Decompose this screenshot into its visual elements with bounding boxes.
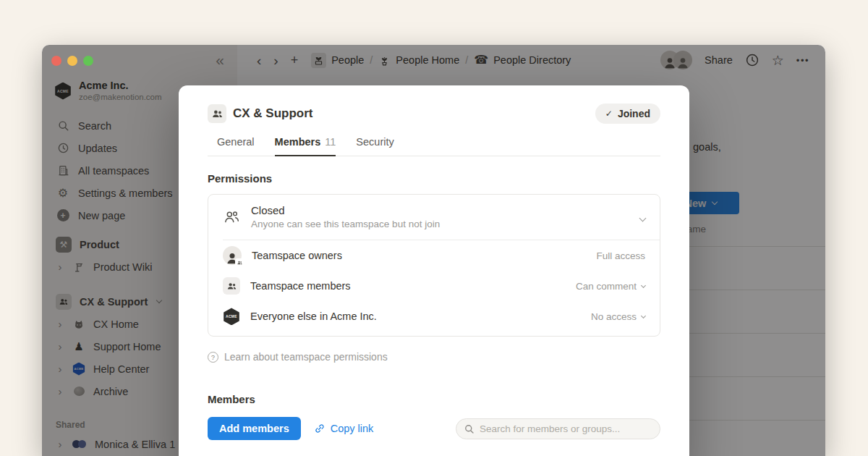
modal-tabs: General Members11 Security xyxy=(208,136,660,156)
permission-row-everyone: ACME Everyone else in Acme Inc. No acces… xyxy=(208,301,660,332)
add-members-button[interactable]: Add members xyxy=(208,417,301,440)
modal-header: CX & Support ✓ Joined xyxy=(208,104,660,124)
permission-row-value: Full access xyxy=(596,250,645,261)
copy-link-button[interactable]: Copy link xyxy=(314,423,374,434)
tab-security[interactable]: Security xyxy=(356,136,393,156)
chevron-down-icon xyxy=(641,313,646,318)
permission-dropdown[interactable]: No access xyxy=(591,311,645,322)
access-level-selector[interactable]: Closed Anyone can see this teamspace but… xyxy=(208,195,660,240)
members-search xyxy=(456,418,660,439)
permission-row-label: Teamspace members xyxy=(250,280,351,292)
owner-avatar-icon xyxy=(223,246,242,265)
chevron-down-icon xyxy=(641,283,646,288)
joined-label: Joined xyxy=(618,108,650,119)
joined-badge[interactable]: ✓ Joined xyxy=(595,104,660,124)
zoom-window-icon[interactable] xyxy=(83,56,93,66)
tab-general[interactable]: General xyxy=(217,136,255,156)
check-icon: ✓ xyxy=(605,109,613,119)
link-icon xyxy=(314,423,326,434)
permission-row-label: Teamspace owners xyxy=(252,250,342,261)
group-outline-icon xyxy=(223,208,240,226)
members-search-input[interactable] xyxy=(480,423,652,434)
tab-members[interactable]: Members11 xyxy=(275,136,336,156)
learn-permissions-link[interactable]: ? Learn about teamspace permissions xyxy=(208,351,660,363)
permission-row-label: Everyone else in Acme Inc. xyxy=(250,311,377,322)
permissions-heading: Permissions xyxy=(208,172,660,185)
minimize-window-icon[interactable] xyxy=(67,56,77,66)
chevron-down-icon xyxy=(640,211,645,224)
permissions-card: Closed Anyone can see this teamspace but… xyxy=(208,194,660,337)
permission-row-owners: Teamspace owners Full access xyxy=(208,240,660,271)
modal-title: CX & Support xyxy=(233,106,313,121)
people-icon xyxy=(208,104,226,123)
window-controls xyxy=(51,56,93,66)
members-count: 11 xyxy=(325,136,336,148)
copy-link-label: Copy link xyxy=(331,423,374,434)
acme-badge-icon: ACME xyxy=(223,308,240,325)
people-icon xyxy=(223,277,240,295)
search-icon xyxy=(464,423,475,434)
teamspace-settings-modal: CX & Support ✓ Joined General Members11 … xyxy=(179,85,689,456)
learn-link-label: Learn about teamspace permissions xyxy=(224,351,388,363)
screen: { "colors": { "accent_blue": "#2383e2", … xyxy=(0,0,868,456)
access-level-title: Closed xyxy=(251,203,440,218)
permission-row-members: Teamspace members Can comment xyxy=(208,271,660,301)
permission-dropdown[interactable]: Can comment xyxy=(576,281,645,292)
members-heading: Members xyxy=(208,393,660,405)
close-window-icon[interactable] xyxy=(51,56,61,66)
access-level-subtitle: Anyone can see this teamspace but not jo… xyxy=(251,218,440,231)
question-icon: ? xyxy=(208,352,218,363)
members-actions: Add members Copy link xyxy=(208,417,660,440)
